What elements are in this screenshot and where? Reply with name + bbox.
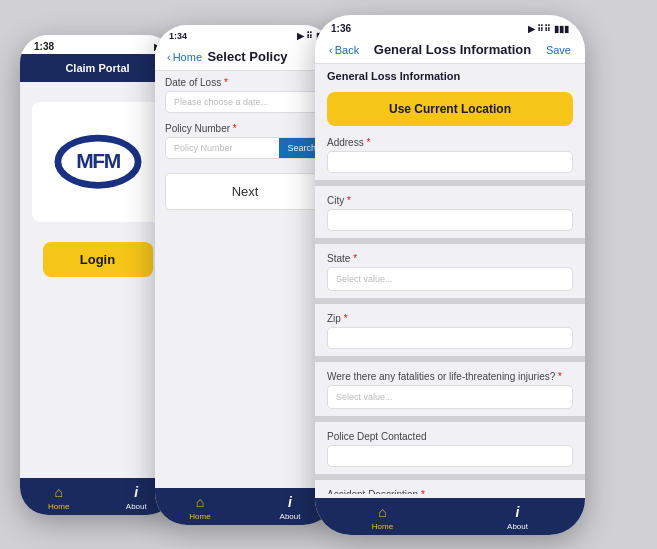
back-button-2[interactable]: ‹ Home — [167, 51, 202, 63]
tab-bar-2: ⌂ Home i About — [155, 488, 335, 525]
accident-group: Accident Description * — [315, 484, 585, 494]
zip-group: Zip * — [315, 308, 585, 352]
policy-number-input[interactable]: Policy Number — [166, 138, 279, 158]
tab-home-3[interactable]: ⌂ Home — [315, 504, 450, 531]
city-group: City * — [315, 190, 585, 234]
status-bar-1: 1:38 ▶ — [20, 35, 175, 54]
chevron-left-icon-2: ‹ — [167, 51, 171, 63]
save-button[interactable]: Save — [546, 44, 571, 56]
nav-bar-2: ‹ Home Select Policy — [155, 43, 335, 71]
claim-portal-header: Claim Portal — [20, 54, 175, 82]
tab-home-label-2: Home — [189, 512, 210, 521]
date-of-loss-label: Date of Loss * — [165, 77, 325, 88]
next-button[interactable]: Next — [165, 173, 325, 210]
time-2: 1:34 — [169, 31, 187, 41]
police-group: Police Dept Contacted — [315, 426, 585, 470]
accident-label: Accident Description * — [327, 489, 573, 494]
fatalities-select[interactable]: Select value... — [327, 385, 573, 409]
tab-about-label-3: About — [507, 522, 528, 531]
tab-about-label-2: About — [280, 512, 301, 521]
back-button-3[interactable]: ‹ Back — [329, 44, 359, 56]
info-icon-2: i — [288, 494, 292, 510]
form-section-2: Date of Loss * Please choose a date... P… — [155, 71, 335, 220]
status-icons-3: ▶ ⠿⠿ ▮▮▮ — [528, 24, 569, 34]
tab-home-2[interactable]: ⌂ Home — [155, 494, 245, 521]
info-icon-1: i — [134, 484, 138, 500]
phone-1: 1:38 ▶ Claim Portal MFM Login ⌂ — [20, 35, 175, 515]
status-bar-3: 1:36 ▶ ⠿⠿ ▮▮▮ — [315, 15, 585, 36]
tab-about-label-1: About — [126, 502, 147, 511]
logo-area: MFM — [32, 102, 163, 222]
police-input[interactable] — [327, 445, 573, 467]
status-bar-2: 1:34 ▶ ⠿ ▮ — [155, 25, 335, 43]
home-icon-2: ⌂ — [196, 494, 204, 510]
nav-title-2: Select Policy — [207, 49, 287, 64]
state-select[interactable]: Select value... — [327, 267, 573, 291]
divider-4 — [315, 356, 585, 362]
policy-number-input-wrapper: Policy Number Search — [165, 137, 325, 159]
city-label: City * — [327, 195, 573, 206]
tab-bar-3: ⌂ Home i About — [315, 498, 585, 535]
login-button[interactable]: Login — [43, 242, 153, 277]
nav-bar-3: ‹ Back General Loss Information Save — [315, 36, 585, 64]
svg-text:MFM: MFM — [76, 149, 120, 172]
date-of-loss-input[interactable]: Please choose a date... — [165, 91, 325, 113]
tab-home-label-3: Home — [372, 522, 393, 531]
policy-number-group: Policy Number * Policy Number Search — [155, 117, 335, 163]
use-current-location-button[interactable]: Use Current Location — [327, 92, 573, 126]
tab-home-1[interactable]: ⌂ Home — [20, 484, 98, 511]
tab-about-3[interactable]: i About — [450, 504, 585, 531]
zip-label: Zip * — [327, 313, 573, 324]
home-icon-1: ⌂ — [55, 484, 63, 500]
divider-2 — [315, 238, 585, 244]
fatalities-label: Were there any fatalities or life-threat… — [327, 371, 573, 382]
nav-title-3: General Loss Information — [374, 42, 531, 57]
date-of-loss-group: Date of Loss * Please choose a date... — [155, 71, 335, 117]
fatalities-group: Were there any fatalities or life-threat… — [315, 366, 585, 412]
chevron-left-icon-3: ‹ — [329, 44, 333, 56]
mfm-logo-icon: MFM — [53, 132, 143, 192]
address-group: Address * — [315, 132, 585, 176]
divider-5 — [315, 416, 585, 422]
home-icon-3: ⌂ — [378, 504, 386, 520]
state-group: State * Select value... — [315, 248, 585, 294]
police-label: Police Dept Contacted — [327, 431, 573, 442]
info-icon-3: i — [516, 504, 520, 520]
time-3: 1:36 — [331, 23, 351, 34]
time-1: 1:38 — [34, 41, 54, 52]
address-input[interactable] — [327, 151, 573, 173]
divider-3 — [315, 298, 585, 304]
policy-number-label: Policy Number * — [165, 123, 325, 134]
address-label: Address * — [327, 137, 573, 148]
phone-3: 1:36 ▶ ⠿⠿ ▮▮▮ ‹ Back General Loss Inform… — [315, 15, 585, 535]
state-label: State * — [327, 253, 573, 264]
tab-bar-1: ⌂ Home i About — [20, 478, 175, 515]
divider-6 — [315, 474, 585, 480]
form-content-3: General Loss Information Use Current Loc… — [315, 64, 585, 494]
zip-input[interactable] — [327, 327, 573, 349]
city-input[interactable] — [327, 209, 573, 231]
tab-home-label-1: Home — [48, 502, 69, 511]
divider-1 — [315, 180, 585, 186]
phone-2: 1:34 ▶ ⠿ ▮ ‹ Home Select Policy Date of … — [155, 25, 335, 525]
section-heading-3: General Loss Information — [315, 64, 585, 86]
